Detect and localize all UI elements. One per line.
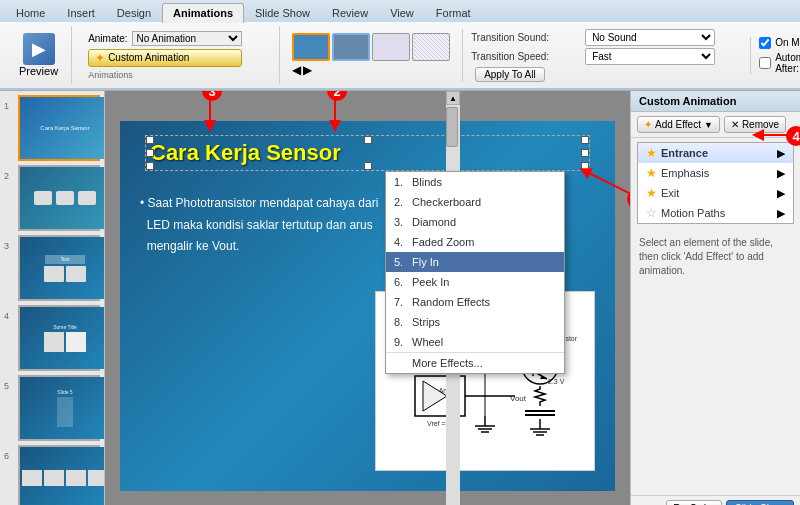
transition-nav: ◀ ▶ [292,63,450,77]
emphasis-label: Emphasis [661,167,709,179]
tab-animations[interactable]: Animations [162,3,244,23]
menu-item-checkerboard[interactable]: 2. Checkerboard [386,192,564,212]
menu-item-diamond[interactable]: 3. Diamond [386,212,564,232]
speed-select[interactable]: Fast [585,48,715,65]
prev-arrow[interactable]: ◀ [292,63,301,77]
slide-item-4[interactable]: Some Title [18,305,100,371]
slide-number-4: 4 [4,311,9,321]
slide-item-5[interactable]: Slide 5 [18,375,100,441]
star-icon: ✦ [95,51,105,65]
slide-thumb-5: Slide 5 [20,377,105,439]
entrance-label: Entrance [661,147,708,159]
scroll-up[interactable]: ▲ [446,91,460,105]
panel-toolbar: ✦ Add Effect ▼ ✕ Remove [631,112,800,138]
handle-bl[interactable] [146,162,154,170]
slide-item-wrapper-4: 4 Some Title [4,305,100,371]
tab-home[interactable]: Home [5,3,56,22]
motion-paths-header[interactable]: ☆ Motion Paths ▶ [638,203,793,223]
transition-thumb-3[interactable] [372,33,410,61]
annotation-label-1: 1 [627,189,630,209]
tab-design[interactable]: Design [106,3,162,22]
tab-view[interactable]: View [379,3,425,22]
animate-section: Animate: No Animation ✦ Custom Animation [88,31,241,67]
custom-animation-button[interactable]: ✦ Custom Animation [88,49,241,67]
add-effect-dropdown[interactable]: ▼ [704,120,713,130]
slide-number-2: 2 [4,171,9,181]
auto-after-row: Automatically After: [759,52,800,74]
tab-slideshow[interactable]: Slide Show [244,3,321,22]
slide-number-3: 3 [4,241,9,251]
slide-content: • Saat Phototransistor mendapat cahaya d… [140,193,378,258]
menu-item-random-effects[interactable]: 7. Random Effects [386,292,564,312]
apply-row: Apply To All [471,67,742,82]
handle-mr[interactable] [581,149,589,157]
menu-item-fly-in[interactable]: 5. Fly In [386,252,564,272]
ribbon-content: ▶ Preview Animate: No Animation ✦ Custom… [0,22,800,90]
slide-number-1: 1 [4,101,9,111]
animate-row: Animate: No Animation [88,31,241,46]
reorder-button[interactable]: Re-Order [666,500,722,505]
slide-panel: 1 Cara Kerja Sensor 2 3 [0,91,105,505]
preview-icon: ▶ [23,33,55,65]
menu-item-strips[interactable]: 8. Strips [386,312,564,332]
menu-item-wheel[interactable]: 9. Wheel [386,332,564,352]
exit-star-icon: ★ [646,186,657,200]
slide-thumb-3: Text [20,237,105,299]
menu-item-peek-in[interactable]: 6. Peek In [386,272,564,292]
preview-button[interactable]: ▶ Preview [14,30,63,80]
menu-item-more-effects[interactable]: More Effects... [386,352,564,373]
animations-group-label: Animations [88,70,133,80]
handle-tc[interactable] [364,136,372,144]
slide-item-6[interactable] [18,445,100,505]
slide-show-button[interactable]: Slide Show [726,500,794,505]
slide-thumb-4: Some Title [20,307,105,369]
transition-thumbnails: ◀ ▶ [288,31,454,79]
on-mouse-click-checkbox[interactable] [759,37,771,49]
animation-context-menu: 1. Blinds 2. Checkerboard 3. Diamond 4. … [385,171,565,374]
slide-number-6: 6 [4,451,9,461]
advance-section: On Mouse Click Automatically After: [750,37,800,74]
add-effect-star: ✦ [644,119,652,130]
slide-item-1[interactable]: Cara Kerja Sensor [18,95,100,161]
annotation-label-2: 2 [327,91,347,101]
emphasis-header[interactable]: ★ Emphasis ▶ [638,163,793,183]
add-effect-label: Add Effect [655,119,701,130]
tab-format[interactable]: Format [425,3,482,22]
exit-header[interactable]: ★ Exit ▶ [638,183,793,203]
handle-ml[interactable] [146,149,154,157]
add-effect-button[interactable]: ✦ Add Effect ▼ [637,116,720,133]
handle-tl[interactable] [146,136,154,144]
panel-title: Custom Animation [631,91,800,112]
slide-thumb-1: Cara Kerja Sensor [20,97,105,159]
panel-footer: Re-Order Slide Show [631,495,800,505]
transition-thumb-2[interactable] [332,33,370,61]
title-selection-box: Cara Kerja Sensor [145,135,590,171]
transition-thumb-1[interactable] [292,33,330,61]
entrance-header[interactable]: ★ Entrance ▶ [638,143,793,163]
motion-arrow: ▶ [777,207,785,220]
slide-thumb-6 [20,447,105,505]
sound-select[interactable]: No Sound [585,29,715,46]
remove-button[interactable]: ✕ Remove [724,116,786,133]
menu-item-faded-zoom[interactable]: 4. Faded Zoom [386,232,564,252]
tab-review[interactable]: Review [321,3,379,22]
slide-item-2[interactable] [18,165,100,231]
slide-item-wrapper-5: 5 Slide 5 [4,375,100,441]
apply-to-all-button[interactable]: Apply To All [475,67,545,82]
animate-label: Animate: [88,33,127,44]
handle-br[interactable] [581,162,589,170]
auto-after-checkbox[interactable] [759,57,771,69]
entrance-star-icon: ★ [646,146,657,160]
scroll-thumb[interactable] [446,107,458,147]
motion-star-icon: ☆ [646,206,657,220]
ribbon: Home Insert Design Animations Slide Show… [0,0,800,91]
transition-section: Transition Sound: No Sound Transition Sp… [462,29,742,82]
transition-thumb-4[interactable] [412,33,450,61]
menu-item-blinds[interactable]: 1. Blinds [386,172,564,192]
tab-insert[interactable]: Insert [56,3,106,22]
animate-select[interactable]: No Animation [132,31,242,46]
handle-tr[interactable] [581,136,589,144]
slide-item-3[interactable]: Text [18,235,100,301]
handle-bc[interactable] [364,162,372,170]
next-arrow[interactable]: ▶ [303,63,312,77]
